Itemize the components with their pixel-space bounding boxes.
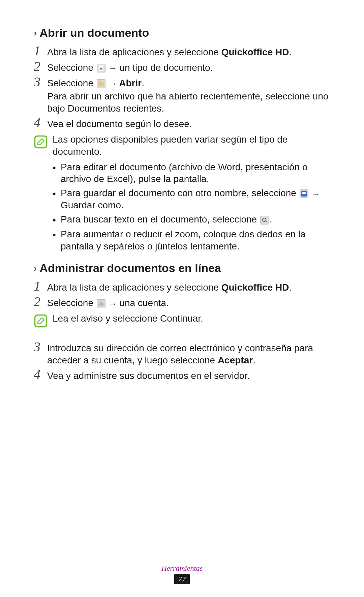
bullet-item: • Para editar el documento (archivo de W…: [53, 161, 330, 185]
bullet-item: • Para buscar texto en el documento, sel…: [53, 213, 330, 226]
note-text: Las opciones disponibles pueden variar s…: [53, 133, 330, 158]
section-heading-open-document: › Abrir un documento: [34, 26, 330, 39]
step-text: Seleccione → una cuenta.: [47, 294, 169, 309]
step-2: 2 Seleccione → una cuenta.: [34, 294, 330, 309]
bullet-dot-icon: •: [53, 228, 61, 241]
step-4: 4 Vea y administre sus documentos en el …: [34, 367, 330, 382]
step-number: 1: [34, 43, 47, 58]
arrow-right-icon: →: [311, 189, 320, 199]
document-icon: [97, 64, 105, 72]
footer-section-label: Herramientas: [0, 564, 364, 573]
step-text: Abra la lista de aplicaciones y seleccio…: [47, 279, 292, 294]
step-number: 2: [34, 59, 47, 73]
section-heading-manage-online: › Administrar documentos en línea: [34, 262, 330, 275]
arrow-right-icon: →: [109, 299, 117, 309]
step-2: 2 Seleccione → un tipo de documento.: [34, 59, 330, 74]
step-3-sub: Para abrir un archivo que ha abierto rec…: [47, 90, 330, 115]
step-4: 4 Vea el documento según lo desee.: [34, 115, 330, 130]
bullet-dot-icon: •: [53, 161, 61, 174]
note-box: Las opciones disponibles pueden variar s…: [34, 133, 330, 158]
save-icon: [300, 189, 308, 198]
folder-icon: [97, 79, 105, 88]
step-3: 3 Seleccione → Abrir.: [34, 74, 330, 89]
chevron-right-icon: ›: [34, 263, 37, 274]
bullet-list: • Para editar el documento (archivo de W…: [53, 161, 330, 252]
section-title: Abrir un documento: [39, 26, 149, 39]
bullet-item: • Para aumentar o reducir el zoom, coloq…: [53, 228, 330, 252]
bullet-dot-icon: •: [53, 213, 61, 226]
step-text: Vea y administre sus documentos en el se…: [47, 367, 250, 382]
cloud-icon: [97, 299, 105, 308]
section-title: Administrar documentos en línea: [39, 262, 221, 275]
svg-rect-1: [35, 137, 46, 147]
step-number: 3: [34, 339, 47, 354]
step-number: 2: [34, 294, 47, 308]
manual-page: › Abrir un documento 1 Abra la lista de …: [0, 0, 364, 597]
step-text: Seleccione → Abrir.: [47, 74, 144, 89]
step-number: 1: [34, 279, 47, 293]
step-number: 4: [34, 367, 47, 381]
note-pencil-icon: [34, 314, 48, 328]
page-footer: Herramientas 77: [0, 564, 364, 584]
bullet-item: • Para guardar el documento con otro nom…: [53, 187, 330, 211]
note-box: Lea el aviso y seleccione Continuar.: [34, 312, 330, 328]
note-pencil-icon: [34, 135, 48, 149]
bullet-dot-icon: •: [53, 187, 61, 200]
step-number: 3: [34, 74, 47, 89]
search-icon: [260, 216, 269, 225]
step-text: Introduzca su dirección de correo electr…: [47, 339, 330, 366]
step-text: Vea el documento según lo desee.: [47, 115, 192, 130]
svg-rect-3: [35, 316, 46, 326]
note-text: Lea el aviso y seleccione Continuar.: [53, 312, 203, 325]
step-1: 1 Abra la lista de aplicaciones y selecc…: [34, 43, 330, 58]
page-number-badge: 77: [174, 574, 190, 584]
step-3: 3 Introduzca su dirección de correo elec…: [34, 339, 330, 366]
arrow-right-icon: →: [109, 63, 117, 73]
step-text: Abra la lista de aplicaciones y seleccio…: [47, 43, 292, 58]
arrow-right-icon: →: [109, 79, 117, 89]
step-1: 1 Abra la lista de aplicaciones y selecc…: [34, 279, 330, 294]
step-text: Seleccione → un tipo de documento.: [47, 59, 213, 74]
step-number: 4: [34, 115, 47, 129]
chevron-right-icon: ›: [34, 28, 37, 38]
